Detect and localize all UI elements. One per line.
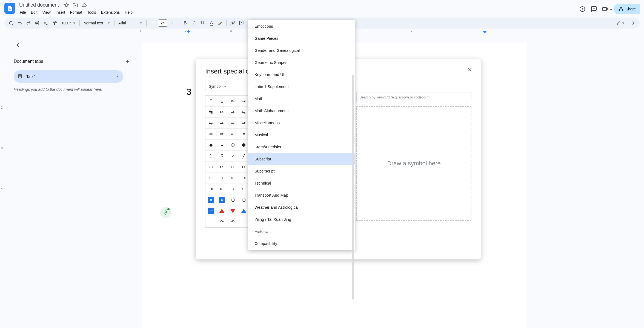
undo-icon[interactable] [16,19,24,27]
category-option[interactable]: Yijing / Tai Xuan Jing [248,213,355,225]
search-icon[interactable] [7,19,15,27]
category-option[interactable]: Superscript [248,165,355,177]
menu-extensions[interactable]: Extensions [99,9,122,16]
symbol-cell[interactable]: ↶ [227,216,238,227]
meet-icon[interactable]: ▼ [602,6,609,12]
symbol-cell[interactable]: ⇋ [238,107,249,118]
bold-button[interactable]: B [181,19,189,27]
category-option[interactable]: Musical [248,129,355,141]
presence-indicator[interactable] [160,207,171,218]
insert-link-button[interactable] [229,19,236,27]
symbol-cell[interactable]: ↗ [227,151,238,162]
add-tab-button[interactable] [124,58,131,65]
category-option[interactable]: Latin 1 Supplement [248,81,355,93]
symbol-cell[interactable] [238,205,249,216]
menu-tools[interactable]: Tools [85,9,98,16]
symbol-cell[interactable]: ⤓ [216,96,227,107]
symbol-cell[interactable]: ↣ [238,162,249,173]
comments-icon[interactable] [591,6,597,12]
symbol-cell[interactable]: ◆ [205,140,216,151]
category-option[interactable]: Weather and Astrological [248,201,355,213]
category-option[interactable]: Emoticons [248,20,355,32]
category-option[interactable]: Game Pieces [248,32,355,44]
symbol-cell[interactable] [216,205,227,216]
symbol-cell[interactable]: ↹ [205,107,216,118]
menu-format[interactable]: Format [68,9,84,16]
symbol-cell[interactable]: ⇝ [216,173,227,183]
paint-format-icon[interactable] [51,19,59,27]
category-option[interactable]: Historic [248,225,355,237]
italic-button[interactable]: I [190,19,198,27]
spellcheck-icon[interactable] [42,19,50,27]
fontsize-input[interactable] [158,19,167,27]
category-option[interactable]: Technical [248,177,355,189]
symbol-cell[interactable]: ⬥ [216,140,227,151]
category-option[interactable]: Subscript [248,153,355,165]
symbol-search-input[interactable]: Search by keyword (e.g. arrow) or codepo… [356,92,471,102]
symbol-cell[interactable]: ⇋ [205,118,216,129]
category-option[interactable]: Compatibility [248,237,355,250]
symbol-cell[interactable]: ⭯ [238,194,249,205]
cloud-status-icon[interactable] [81,2,87,8]
symbol-cell[interactable]: ⤒ [205,96,216,107]
symbol-cell[interactable]: ↷ [216,216,227,227]
underline-button[interactable]: U [199,19,207,27]
add-comment-button[interactable] [237,19,245,27]
category-option[interactable]: Keyboard and UI [248,69,355,81]
menu-help[interactable]: Help [122,9,135,16]
symbol-cell[interactable]: ⇌ [216,118,227,129]
symbol-cell[interactable]: ⇤ [216,183,227,194]
decrease-fontsize-button[interactable]: − [149,19,156,27]
menu-edit[interactable]: Edit [29,9,40,16]
draw-symbol-area[interactable]: Draw a symbol here [356,106,471,221]
editing-mode-button[interactable]: ▼ [617,19,625,27]
font-dropdown[interactable]: Arial▼ [117,21,144,25]
symbol-cell[interactable]: ⇤ [227,96,238,107]
print-icon[interactable] [33,19,41,27]
docs-logo[interactable] [4,3,15,14]
symbol-cell[interactable]: ⇥ [238,173,249,183]
document-title[interactable]: Untitled document [18,2,61,9]
symbol-category-dropdown[interactable]: Symbol ▼ [205,82,230,91]
symbol-cell[interactable]: ↥ [205,151,216,162]
close-button[interactable] [466,66,474,73]
symbol-cell[interactable]: ↢ [227,162,238,173]
menu-view[interactable]: View [40,9,53,16]
symbol-cell[interactable]: ⇌ [227,107,238,118]
share-button[interactable]: Share [614,4,640,14]
symbol-cell[interactable]: ⇒ [238,118,249,129]
menu-insert[interactable]: Insert [53,9,67,16]
symbol-cell[interactable]: ⇤ [227,173,238,183]
symbol-cell[interactable]: ⇆ [205,194,216,205]
dropdown-scrollbar[interactable] [352,75,354,299]
category-option[interactable]: Stars/Asterisks [248,141,355,153]
redo-icon[interactable] [25,19,32,27]
highlight-button[interactable] [216,19,224,27]
collapse-panel-button[interactable] [629,19,637,27]
symbol-cell[interactable]: ↞ [227,129,238,140]
symbol-cell[interactable]: ⇐ [227,118,238,129]
symbol-cell[interactable] [238,216,249,227]
symbol-cell[interactable]: ╱ [238,151,249,162]
category-option[interactable]: Gender and Genealogical [248,44,355,56]
symbol-cell[interactable]: ↧ [216,151,227,162]
text-color-button[interactable]: A [208,19,215,27]
increase-fontsize-button[interactable]: + [169,19,177,27]
symbol-cell[interactable]: ⇥ [205,183,216,194]
vertical-ruler[interactable]: 1234 [0,34,6,328]
menu-file[interactable]: File [18,9,28,16]
symbol-cell[interactable] [227,205,238,216]
category-option[interactable]: Transport And Map [248,189,355,201]
tab-more-icon[interactable] [114,73,121,80]
symbol-cell[interactable]: ↻ [216,194,227,205]
symbol-cell[interactable]: ↦ [216,162,227,173]
symbol-cell[interactable]: ↠ [238,129,249,140]
back-button[interactable] [14,39,25,50]
symbol-cell[interactable]: ⇛ [216,129,227,140]
symbol-cell[interactable]: ⭯ [227,194,238,205]
zoom-dropdown[interactable]: 100%▼ [60,21,77,25]
category-option[interactable]: Math [248,93,355,105]
category-option[interactable]: Miscellaneous [248,117,355,129]
symbol-cell[interactable]: ↤ [205,162,216,173]
category-option[interactable]: Geometric Shapes [248,56,355,69]
